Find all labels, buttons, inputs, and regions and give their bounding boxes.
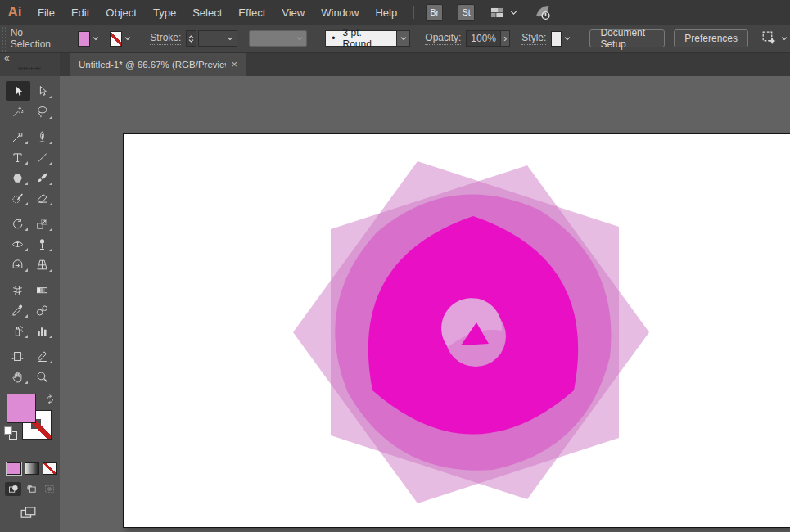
control-bar: No Selection Stroke: • 3 pt. Round Opaci… bbox=[0, 25, 790, 53]
swap-fill-stroke-icon[interactable] bbox=[44, 394, 56, 405]
tab-close-icon[interactable]: × bbox=[231, 58, 237, 70]
type-tool[interactable] bbox=[6, 147, 30, 167]
fill-color-swatch[interactable] bbox=[78, 31, 90, 47]
stroke-weight-stepper[interactable] bbox=[186, 30, 196, 47]
fill-stroke-proxy bbox=[0, 392, 60, 462]
symbol-sprayer-tool[interactable] bbox=[6, 321, 30, 340]
slice-tool[interactable] bbox=[30, 346, 55, 366]
none-button[interactable] bbox=[43, 462, 57, 475]
line-segment-tool[interactable] bbox=[30, 147, 55, 167]
brush-chevron-down-icon[interactable] bbox=[397, 30, 410, 47]
polygon-tool[interactable] bbox=[6, 168, 30, 187]
workspace-switcher-icon[interactable] bbox=[490, 5, 505, 20]
selection-tool-icon bbox=[11, 84, 25, 98]
menu-item-help[interactable]: Help bbox=[367, 7, 405, 19]
default-fill-stroke-icon[interactable] bbox=[4, 426, 17, 440]
drawing-modes-row bbox=[0, 482, 60, 496]
menu-item-select[interactable]: Select bbox=[184, 7, 230, 19]
magic-wand-tool[interactable] bbox=[6, 101, 30, 121]
bridge-button[interactable]: Br bbox=[426, 4, 443, 21]
pasteboard[interactable] bbox=[60, 76, 790, 532]
blend-tool[interactable] bbox=[30, 300, 55, 320]
pen-tool[interactable] bbox=[6, 127, 30, 147]
curvature-tool-icon bbox=[35, 130, 49, 144]
style-panel-link[interactable]: Style: bbox=[521, 32, 546, 45]
hand-tool-icon bbox=[11, 370, 25, 384]
eraser-tool[interactable] bbox=[30, 188, 55, 208]
perspective-grid-tool[interactable] bbox=[30, 255, 55, 274]
lasso-tool[interactable] bbox=[30, 101, 55, 121]
scale-tool[interactable] bbox=[30, 214, 55, 233]
style-swatch[interactable] bbox=[551, 31, 562, 47]
width-tool[interactable] bbox=[6, 234, 30, 254]
tools-panel-grip[interactable] bbox=[18, 67, 41, 70]
brush-definition-combobox[interactable]: • 3 pt. Round bbox=[325, 30, 410, 47]
brush-bullet: • bbox=[332, 33, 335, 44]
menu-item-file[interactable]: File bbox=[29, 7, 63, 19]
fill-chevron-down-icon[interactable] bbox=[92, 34, 100, 43]
brush-value: 3 pt. Round bbox=[343, 27, 391, 50]
menubar-divider bbox=[413, 6, 414, 19]
rotate-tool[interactable] bbox=[6, 214, 30, 233]
selection-tool[interactable] bbox=[6, 81, 30, 101]
magic-wand-tool-icon bbox=[11, 105, 25, 119]
eraser-tool-icon bbox=[35, 192, 49, 205]
menu-item-object[interactable]: Object bbox=[97, 7, 145, 19]
color-button[interactable] bbox=[7, 462, 21, 475]
stock-button[interactable]: St bbox=[458, 4, 475, 21]
gradient-button[interactable] bbox=[25, 462, 39, 475]
column-graph-tool[interactable] bbox=[30, 321, 55, 340]
menu-item-effect[interactable]: Effect bbox=[230, 7, 273, 19]
perspective-grid-tool-icon bbox=[35, 258, 49, 272]
variable-width-profile-combobox-disabled bbox=[249, 30, 307, 47]
stroke-panel-link[interactable]: Stroke: bbox=[150, 32, 181, 45]
shape-builder-tool[interactable] bbox=[6, 255, 30, 274]
artboard[interactable] bbox=[123, 133, 790, 528]
gradient-tool[interactable] bbox=[30, 280, 55, 300]
panel-grip[interactable] bbox=[0, 25, 6, 52]
eyedropper-tool[interactable] bbox=[6, 300, 30, 320]
menu-item-type[interactable]: Type bbox=[145, 7, 184, 19]
tools-panel-header: « bbox=[0, 52, 60, 76]
opacity-expand-button[interactable]: › bbox=[501, 30, 510, 47]
opacity-panel-link[interactable]: Opacity: bbox=[425, 32, 461, 45]
curvature-tool[interactable] bbox=[30, 127, 55, 147]
collapse-panel-button[interactable]: « bbox=[4, 52, 10, 64]
chevron-down-icon bbox=[226, 34, 234, 43]
stroke-chevron-down-icon[interactable] bbox=[124, 34, 132, 43]
document-setup-button[interactable]: Document Setup bbox=[589, 29, 665, 47]
flower-artwork[interactable] bbox=[124, 134, 790, 527]
select-similar-chevron-down-icon[interactable] bbox=[780, 34, 788, 43]
puppet-warp-tool-icon bbox=[35, 237, 49, 251]
preferences-button[interactable]: Preferences bbox=[674, 29, 748, 47]
stroke-weight-combobox[interactable] bbox=[198, 30, 237, 47]
chevron-down-icon[interactable] bbox=[509, 8, 518, 17]
shaper-tool[interactable] bbox=[6, 188, 30, 208]
style-chevron-down-icon[interactable] bbox=[563, 34, 571, 43]
hand-tool[interactable] bbox=[6, 367, 30, 386]
draw-behind-icon[interactable] bbox=[23, 482, 39, 496]
select-similar-icon[interactable] bbox=[761, 29, 779, 47]
zoom-tool[interactable] bbox=[30, 367, 55, 386]
menu-item-edit[interactable]: Edit bbox=[63, 7, 97, 19]
direct-selection-tool[interactable] bbox=[30, 81, 55, 101]
screen-mode-icon[interactable] bbox=[20, 504, 60, 521]
tool-group bbox=[0, 280, 60, 340]
lasso-tool-icon bbox=[35, 105, 49, 119]
stroke-color-swatch[interactable] bbox=[110, 31, 122, 47]
shaper-tool-icon bbox=[11, 192, 25, 205]
opacity-input[interactable]: 100% bbox=[466, 30, 501, 47]
gpu-performance-icon[interactable] bbox=[533, 2, 553, 22]
draw-normal-icon[interactable] bbox=[5, 482, 21, 496]
artboard-tool[interactable] bbox=[6, 346, 30, 366]
draw-inside-icon[interactable] bbox=[41, 482, 57, 496]
menu-item-view[interactable]: View bbox=[273, 7, 313, 19]
document-tab[interactable]: Untitled-1* @ 66.67% (RGB/Preview) × bbox=[70, 52, 246, 76]
tool-group bbox=[0, 346, 60, 386]
fill-proxy-swatch[interactable] bbox=[7, 394, 36, 423]
symbol-sprayer-tool-icon bbox=[11, 324, 25, 338]
mesh-tool[interactable] bbox=[6, 280, 30, 300]
paintbrush-tool[interactable] bbox=[30, 168, 55, 187]
menu-item-window[interactable]: Window bbox=[313, 7, 367, 19]
puppet-warp-tool[interactable] bbox=[30, 234, 55, 254]
